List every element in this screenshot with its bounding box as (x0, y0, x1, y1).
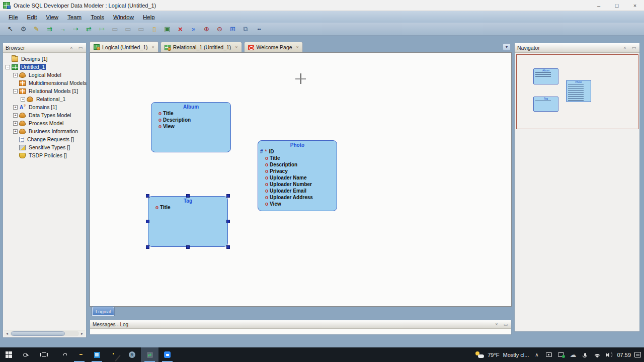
tree-item-process-model[interactable]: +Process Model (3, 119, 86, 127)
tree-item-untitled-1[interactable]: −Untitled_1 (3, 63, 86, 71)
forward-engineer-icon[interactable]: » (188, 24, 199, 34)
arrow-icon[interactable]: ↦ (97, 24, 107, 34)
selection-handle-tm[interactable] (186, 194, 190, 198)
taskbar-app-file-explorer[interactable] (70, 347, 88, 362)
entity-tag[interactable]: TagoTitle (148, 196, 228, 247)
tree-item-sensitive-types[interactable]: Sensitive Types [] (3, 143, 86, 151)
relation-many-one-icon[interactable]: ⇢ (70, 24, 81, 34)
taskbar-app-search[interactable] (18, 347, 35, 362)
wifi-icon[interactable] (593, 351, 601, 358)
menu-view[interactable]: View (41, 14, 63, 20)
cascade-windows-icon[interactable]: ⧉ (240, 24, 251, 34)
selection-handle-tr[interactable] (226, 194, 230, 198)
menu-help[interactable]: Help (138, 14, 159, 20)
expand-icon[interactable]: + (13, 73, 18, 77)
taskbar-app-store[interactable] (53, 347, 70, 362)
tree-item-relational-models-1[interactable]: −Relational Models [1] (3, 87, 86, 95)
weather-condition[interactable]: Mostly cl... (503, 352, 529, 358)
tab-close-icon[interactable]: × (235, 45, 237, 50)
search-binoculars-icon[interactable]: ●● (254, 24, 264, 34)
zoom-in-icon[interactable]: ⊕ (201, 24, 212, 34)
tree-item-domains-1[interactable]: +Domains [1] (3, 103, 86, 111)
delete-icon[interactable]: × (175, 24, 186, 34)
navigator-minimize-icon[interactable]: ▭ (631, 45, 637, 50)
selection-handle-mr[interactable] (226, 220, 230, 223)
display-status-icon[interactable] (556, 351, 565, 358)
entity-photo[interactable]: Photo#*IDoTitleoDescriptionoPrivacyoUplo… (258, 140, 337, 211)
selection-handle-br[interactable] (226, 245, 230, 249)
scroll-left-icon[interactable]: ◂ (4, 331, 10, 336)
restore-button[interactable]: □ (608, 0, 626, 11)
taskbar-app-meeting-app[interactable] (158, 347, 176, 362)
scroll-right-icon[interactable]: ▸ (79, 331, 85, 336)
taskbar-app-r-app[interactable]: R (123, 347, 141, 362)
tree-item-data-types-model[interactable]: +Data Types Model (3, 111, 86, 119)
menu-file[interactable]: File (4, 14, 23, 20)
tree-item-business-information[interactable]: +Business Information (3, 127, 86, 135)
pointer-tool-icon[interactable]: ↖ (5, 24, 16, 34)
menu-edit[interactable]: Edit (23, 14, 42, 20)
selection-handle-bl[interactable] (146, 245, 149, 249)
tree-item-relational-1[interactable]: +Relational_1 (3, 95, 86, 103)
fit-screen-icon[interactable]: ⊞ (227, 24, 238, 34)
relation-many-many-icon[interactable]: ⇄ (84, 24, 94, 34)
browser-close-icon[interactable]: × (68, 45, 74, 50)
taskbar-app-task-view[interactable] (35, 347, 53, 362)
tab-close-icon[interactable]: × (151, 45, 154, 50)
volume-icon[interactable] (605, 351, 613, 358)
taskbar-app-design-tool[interactable] (106, 347, 123, 362)
expand-icon[interactable]: + (13, 121, 18, 126)
tree-item-logical-model[interactable]: +Logical Model (3, 71, 86, 79)
tab-welcome-page[interactable]: Welcome Page× (244, 42, 303, 52)
selection-handle-ml[interactable] (146, 220, 149, 223)
properties-icon[interactable]: ⚙ (18, 24, 29, 34)
expand-icon[interactable]: + (13, 113, 18, 118)
tree-item-multidimensional-models[interactable]: Multidimensional Models (3, 79, 86, 87)
taskbar-app-photos[interactable] (88, 347, 106, 362)
selection-handle-tl[interactable] (146, 194, 149, 198)
taskbar-app-data-modeler[interactable]: ⇄ (141, 347, 158, 362)
onedrive-icon[interactable]: ☁ (569, 351, 577, 358)
weather-icon[interactable] (475, 351, 484, 358)
weather-temp[interactable]: 79°F (488, 352, 499, 358)
navigator-thumbnail[interactable]: AlbumPhotoTag (516, 54, 638, 129)
browser-horizontal-scrollbar[interactable]: ◂ ▸ (4, 330, 85, 336)
scroll-thumb[interactable] (11, 331, 65, 336)
diagram-subtab-logical[interactable]: Logical (92, 307, 114, 316)
selection-handle-bm[interactable] (186, 245, 190, 249)
new-note-icon[interactable]: ▯ (149, 24, 159, 34)
expand-icon[interactable]: + (13, 105, 18, 110)
messages-close-icon[interactable]: × (494, 322, 500, 327)
browser-minimize-icon[interactable]: ▭ (77, 45, 84, 50)
tree-item-designs-1[interactable]: Designs [1] (3, 55, 86, 63)
relation-one-one-icon[interactable]: ⇉ (44, 24, 55, 34)
tree-item-change-requests[interactable]: Change Requests [] (3, 135, 86, 143)
meet-now-icon[interactable] (544, 351, 553, 358)
action-center-icon[interactable] (634, 352, 641, 357)
chevron-up-icon[interactable]: ∧ (532, 351, 541, 358)
edit-visual-icon[interactable]: ✎ (31, 24, 42, 34)
menu-window[interactable]: Window (109, 14, 138, 20)
menu-team[interactable]: Team (63, 14, 86, 20)
close-button[interactable]: × (626, 0, 644, 11)
entity-album[interactable]: AlbumoTitleoDescriptionoView (151, 102, 231, 152)
expand-icon[interactable]: + (21, 97, 25, 102)
image-icon[interactable]: ▣ (162, 24, 173, 34)
diagram-canvas[interactable]: AlbumoTitleoDescriptionoViewPhoto#*IDoTi… (90, 52, 512, 307)
collapse-icon[interactable]: − (13, 89, 18, 94)
microphone-icon[interactable] (581, 351, 589, 358)
tab-overflow-chevron-icon[interactable]: ▼ (503, 43, 511, 51)
tree-item-tsdp-policies[interactable]: TSDP Policies [] (3, 151, 86, 159)
messages-minimize-icon[interactable]: ▭ (503, 322, 509, 327)
minimize-button[interactable]: – (590, 0, 608, 11)
tab-close-icon[interactable]: × (296, 45, 299, 50)
collapse-icon[interactable]: − (6, 65, 10, 69)
taskbar-clock[interactable]: 07.59 (617, 352, 631, 358)
scroll-track[interactable] (10, 331, 79, 336)
expand-icon[interactable]: + (13, 129, 18, 134)
start-button[interactable] (0, 347, 18, 362)
tab-relational-1-untitled-1[interactable]: Relational_1 (Untitled_1)× (160, 42, 242, 52)
navigator-close-icon[interactable]: × (622, 45, 628, 50)
relation-one-many-icon[interactable]: → (57, 24, 68, 34)
tab-logical-untitled-1[interactable]: Logical (Untitled_1)× (90, 41, 158, 52)
